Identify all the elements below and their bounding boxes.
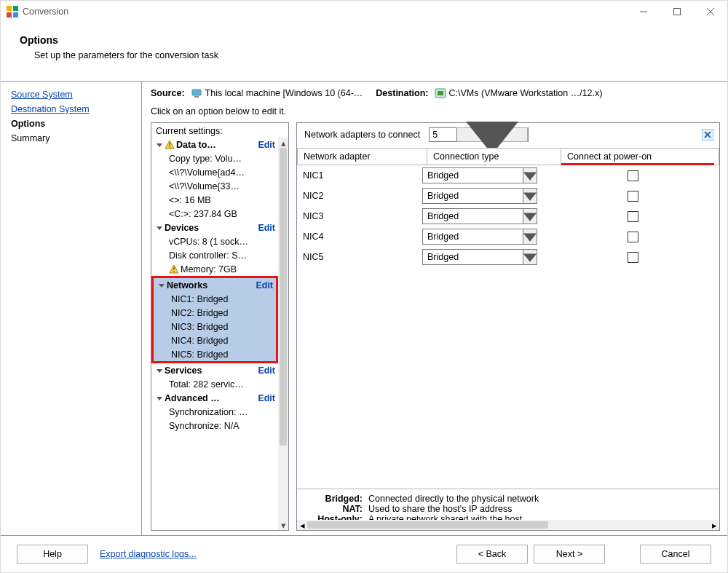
minimize-button[interactable] — [627, 1, 660, 23]
tree-volume-1[interactable]: <\\?\Volume{ad4… — [151, 165, 278, 179]
step-summary[interactable]: Summary — [11, 131, 131, 146]
svg-marker-27 — [523, 173, 537, 181]
header-connection-type[interactable]: Connection type — [427, 149, 561, 165]
connection-type-select[interactable]: Bridged — [422, 188, 537, 204]
svg-rect-11 — [438, 91, 443, 95]
settings-tree-title: Current settings: — [151, 123, 288, 138]
header-connect-poweron[interactable]: Connect at power-on — [561, 149, 719, 165]
panel-close-icon[interactable] — [702, 129, 713, 141]
grid-body: NIC1 Bridged NIC2 Bridged NIC3 — [297, 165, 719, 267]
cancel-button[interactable]: Cancel — [640, 545, 711, 564]
connection-type-select[interactable]: Bridged — [422, 249, 537, 265]
svg-marker-29 — [523, 213, 537, 221]
edit-hint: Click on an option below to edit it. — [151, 106, 720, 116]
tree-sync-2[interactable]: Synchronize: N/A — [151, 419, 278, 432]
main-area: Source System Destination System Options… — [1, 81, 727, 536]
tree-advanced[interactable]: Advanced … Edit — [151, 391, 278, 405]
svg-rect-3 — [13, 12, 18, 17]
export-logs-link[interactable]: Export diagnostic logs... — [100, 549, 197, 559]
header-adapter[interactable]: Network adapter — [297, 149, 427, 165]
svg-rect-5 — [674, 9, 681, 15]
close-button[interactable] — [694, 1, 727, 23]
tree-nic3[interactable]: NIC3: Bridged — [154, 320, 276, 333]
connection-type-select[interactable]: Bridged — [422, 167, 537, 183]
nic-name: NIC5 — [297, 252, 422, 262]
vm-icon — [435, 87, 446, 99]
edit-link[interactable]: Edit — [256, 280, 273, 291]
scroll-left-icon[interactable]: ◂ — [297, 520, 307, 530]
window-controls — [627, 1, 727, 23]
grid-headers: Network adapter Connection type Connect … — [297, 149, 719, 165]
tree-size-1[interactable]: <>: 16 MB — [151, 193, 278, 207]
computer-icon — [191, 87, 202, 99]
grid-row: NIC5 Bridged — [297, 247, 719, 267]
tree-label: Devices — [165, 223, 255, 233]
tree-sync-1[interactable]: Synchronization: … — [151, 405, 278, 419]
tree-disk-controller[interactable]: Disk controller: S… — [151, 248, 278, 262]
tree-nic1[interactable]: NIC1: Bridged — [154, 292, 276, 306]
tree-data-to-copy[interactable]: Data to… Edit — [151, 138, 278, 151]
chevron-down-icon[interactable] — [523, 209, 537, 224]
edit-link[interactable]: Edit — [258, 365, 275, 376]
desc-val-bridged: Connected directly to the physical netwo… — [368, 494, 539, 504]
page-header: Options Set up the parameters for the co… — [1, 23, 727, 81]
scroll-down-icon[interactable]: ▾ — [278, 520, 288, 530]
tree-copy-type[interactable]: Copy type: Volu… — [151, 151, 278, 165]
help-button[interactable]: Help — [17, 545, 88, 564]
tree-nic5[interactable]: NIC5: Bridged — [154, 347, 276, 361]
svg-marker-30 — [523, 234, 537, 242]
edit-link[interactable]: Edit — [258, 140, 275, 150]
step-destination-system[interactable]: Destination System — [11, 102, 131, 116]
nic-name: NIC1 — [297, 170, 422, 181]
chevron-down-icon[interactable] — [523, 189, 537, 203]
connect-poweron-checkbox[interactable] — [628, 232, 638, 242]
desc-scrollbar[interactable]: ◂ ▸ — [297, 520, 719, 530]
scroll-up-icon[interactable]: ▴ — [278, 138, 288, 148]
tree-services-total[interactable]: Total: 282 servic… — [151, 377, 278, 391]
connect-poweron-checkbox[interactable] — [628, 191, 638, 202]
tree-nic4[interactable]: NIC4: Bridged — [154, 333, 276, 347]
tree-services[interactable]: Services Edit — [151, 363, 278, 377]
tree-memory[interactable]: Memory: 7GB — [151, 262, 278, 276]
edit-link[interactable]: Edit — [258, 393, 275, 403]
panels: Current settings: Data to… Edit Copy typ… — [151, 122, 720, 531]
connect-poweron-checkbox[interactable] — [628, 252, 638, 263]
chevron-down-icon[interactable] — [523, 250, 537, 264]
connection-type-select[interactable]: Bridged — [422, 229, 537, 245]
settings-tree-panel: Current settings: Data to… Edit Copy typ… — [151, 122, 289, 531]
chevron-down-icon[interactable] — [523, 229, 537, 244]
svg-rect-18 — [173, 267, 174, 270]
expand-icon — [158, 282, 165, 288]
tree-networks[interactable]: Networks Edit — [154, 278, 276, 292]
adapters-count-label: Network adapters to connect — [304, 130, 420, 140]
edit-link[interactable]: Edit — [258, 223, 275, 233]
connect-poweron-checkbox[interactable] — [628, 170, 638, 181]
adapters-count-select[interactable]: 5 — [429, 127, 529, 142]
tree-label: Data to… — [176, 140, 255, 150]
titlebar: Conversion — [1, 1, 727, 23]
tree-vcpus[interactable]: vCPUs: 8 (1 sock… — [151, 234, 278, 248]
page-subtitle: Set up the parameters for the conversion… — [34, 50, 708, 60]
tree-scrollbar[interactable]: ▴ ▾ — [278, 138, 288, 530]
desc-key-nat: NAT: — [304, 504, 363, 514]
maximize-button[interactable] — [660, 1, 694, 23]
step-source-system[interactable]: Source System — [11, 87, 131, 102]
tree-volume-2[interactable]: <\\?\Volume{33… — [151, 179, 278, 193]
step-options[interactable]: Options — [11, 116, 131, 131]
warning-icon — [165, 140, 175, 150]
chevron-down-icon[interactable] — [456, 127, 528, 142]
nic-name: NIC4 — [297, 232, 422, 242]
scroll-right-icon[interactable]: ▸ — [709, 520, 719, 530]
svg-marker-16 — [157, 226, 162, 230]
connection-type-descriptions: Bridged:Connected directly to the physic… — [297, 489, 719, 530]
tree-devices[interactable]: Devices Edit — [151, 221, 278, 234]
scroll-thumb[interactable] — [280, 148, 287, 446]
tree-nic2[interactable]: NIC2: Bridged — [154, 306, 276, 320]
connect-poweron-checkbox[interactable] — [628, 211, 638, 222]
chevron-down-icon[interactable] — [523, 168, 537, 183]
tree-size-2[interactable]: <C:>: 237.84 GB — [151, 207, 278, 221]
connection-type-select[interactable]: Bridged — [422, 208, 537, 224]
scroll-thumb[interactable] — [307, 521, 548, 529]
back-button[interactable]: < Back — [456, 545, 528, 564]
next-button[interactable]: Next > — [534, 545, 605, 564]
